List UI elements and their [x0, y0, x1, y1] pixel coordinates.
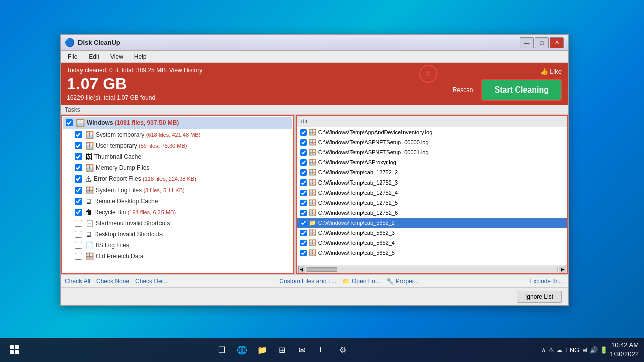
file-checkbox-1[interactable]	[300, 139, 307, 146]
list-item[interactable]: 🪟 System temporary (618 files, 421.48 MB…	[63, 129, 292, 140]
file-checkbox-9[interactable]	[300, 220, 307, 226]
list-item[interactable]: 🪟 Old Prefetch Data	[63, 251, 292, 262]
item-checkbox-5[interactable]	[75, 187, 82, 194]
check-def-link[interactable]: Check Def...	[135, 278, 169, 285]
list-item[interactable]: 🪟 C:\Windows\Temp\ASProxyr.log	[297, 157, 567, 167]
tray-chevron[interactable]: ∧	[541, 346, 546, 354]
list-item[interactable]: 🪟 C:\Windows\Temp\AppAndDeviceInventory.…	[297, 127, 567, 137]
item-checkbox-6[interactable]	[75, 198, 82, 205]
minimize-button[interactable]: —	[520, 37, 534, 48]
check-none-link[interactable]: Check None	[96, 278, 129, 285]
item-checkbox-1[interactable]	[75, 142, 82, 149]
file-checkbox-7[interactable]	[300, 200, 307, 206]
tasks-label: Tasks	[61, 105, 568, 115]
item-checkbox-10[interactable]	[75, 242, 82, 249]
rescan-button[interactable]: Rescan	[453, 86, 473, 94]
item-checkbox-3[interactable]	[75, 164, 82, 171]
list-item[interactable]: 🖥 Remote Desktop Cache	[63, 196, 292, 207]
h-scrollbar[interactable]: ◀ ▶	[297, 265, 567, 273]
exclude-link[interactable]: Exclude thi...	[529, 278, 564, 285]
language-indicator[interactable]: ENG	[565, 346, 579, 354]
maximize-button[interactable]: □	[535, 37, 549, 48]
menu-view[interactable]: View	[105, 52, 128, 61]
file-checkbox-3[interactable]	[300, 159, 307, 166]
taskbar-files-icon[interactable]: 📁	[253, 341, 271, 359]
menu-file[interactable]: File	[63, 52, 83, 61]
menu-edit[interactable]: Edit	[84, 52, 104, 61]
windows-icon: 🪟	[76, 119, 85, 127]
file-checkbox-12[interactable]	[300, 250, 307, 256]
scroll-left-btn[interactable]: ◀	[298, 266, 305, 273]
taskbar-settings-icon[interactable]: ⚙	[334, 341, 352, 359]
properties-action[interactable]: 🔧 Proper...	[386, 278, 419, 285]
file-checkbox-11[interactable]	[300, 240, 307, 246]
open-folder-action[interactable]: 📁 Open Fo...	[342, 278, 380, 285]
list-item[interactable]: 🪟 C:\Windows\Temp\ASPNETSetup_00001.log	[297, 147, 567, 157]
file-checkbox-0[interactable]	[300, 129, 307, 136]
scroll-thumb[interactable]	[307, 267, 337, 272]
file-list: 🪟 C:\Windows\Temp\AppAndDeviceInventory.…	[297, 127, 567, 265]
item-checkbox-4[interactable]	[75, 175, 82, 183]
window-title: Disk CleanUp	[78, 39, 520, 46]
list-item[interactable]: 🪟 User temporary (59 files, 75.30 MB)	[63, 140, 292, 151]
file-checkbox-10[interactable]	[300, 230, 307, 236]
view-history-link[interactable]: View History	[169, 67, 202, 74]
file-checkbox-6[interactable]	[300, 190, 307, 196]
list-item[interactable]: 🪟 C:\Windows\Temp\cab_5652_4	[297, 238, 567, 248]
like-button[interactable]: 👍 Like	[540, 68, 562, 75]
file-checkbox-5[interactable]	[300, 179, 307, 186]
ignore-list-button[interactable]: Ignore List	[517, 291, 562, 303]
list-item[interactable]: 🖥 Desktop Invalid Shortcuts	[63, 229, 292, 240]
check-all-link[interactable]: Check All	[65, 278, 90, 285]
item-checkbox-7[interactable]	[75, 209, 82, 216]
custom-files-link[interactable]: Custom Files and F...	[279, 278, 336, 285]
start-button[interactable]	[5, 341, 23, 359]
taskbar-edge-icon[interactable]: 🌐	[233, 341, 251, 359]
start-cleaning-button[interactable]: Start Cleaning	[481, 79, 562, 101]
list-item[interactable]: 🖼 Thumbnail Cache	[63, 151, 292, 162]
tree-list: 🪟 Windows (1081 files, 937.50 MB) 🪟 Syst…	[62, 116, 293, 273]
titlebar: 🔵 Disk CleanUp — □ ✕	[61, 35, 568, 51]
file-checkbox-2[interactable]	[300, 149, 307, 156]
file-checkbox-4[interactable]	[300, 169, 307, 176]
item-checkbox-9[interactable]	[75, 231, 82, 238]
taskbar-apps-icon[interactable]: ⊞	[273, 341, 291, 359]
list-item[interactable]: 🪟 C:\Windows\Temp\cab_5652_3	[297, 228, 567, 238]
windows-group-header[interactable]: 🪟 Windows (1081 files, 937.50 MB)	[63, 117, 292, 129]
taskbar-terminal-icon[interactable]: 🖥	[313, 341, 332, 359]
list-item[interactable]: 🪟 C:\Windows\Temp\cab_5652_5	[297, 248, 567, 258]
list-item[interactable]: 🪟 C:\Windows\Temp\cab_12752_6	[297, 208, 567, 218]
windows-group-checkbox[interactable]	[66, 119, 73, 126]
item-checkbox-8[interactable]	[75, 220, 82, 227]
item-checkbox-11[interactable]	[75, 253, 82, 260]
list-item[interactable]: 🪟 System Log Files (3 files, 5.11 KB)	[63, 185, 292, 196]
file-path: C:\Windows\Temp\ASPNETSetup_00000.log	[318, 139, 429, 145]
file-checkbox-8[interactable]	[300, 210, 307, 216]
close-button[interactable]: ✕	[550, 37, 564, 48]
list-item[interactable]: 🪟 C:\Windows\Temp\ASPNETSetup_00000.log	[297, 137, 567, 147]
taskbar-mail-icon[interactable]: ✉	[293, 341, 311, 359]
list-item[interactable]: 🪟 Memory Dump Files	[63, 162, 292, 173]
list-item[interactable]: ⚠ Error Report Files (118 files, 224.98 …	[63, 173, 292, 185]
menu-help[interactable]: Help	[129, 52, 152, 61]
list-item[interactable]: 📄 IIS Log Files	[63, 240, 292, 251]
list-item[interactable]: 📁 C:\Windows\Temp\cab_5652_2	[297, 218, 567, 228]
list-item[interactable]: 📋 Startmenu Invalid Shortcuts	[63, 218, 292, 229]
file-path: C:\Windows\Temp\cab_5652_3	[318, 230, 395, 236]
scroll-right-btn[interactable]: ▶	[559, 266, 566, 273]
list-item[interactable]: 🪟 C:\Windows\Temp\cab_12752_3	[297, 177, 567, 188]
list-item[interactable]: 🪟 C:\Windows\Temp\cab_12752_2	[297, 167, 567, 177]
list-item[interactable]: 🗑 Recycle Bin (194 files, 6.25 MB)	[63, 207, 292, 218]
bottom-buttons: Ignore List	[61, 287, 568, 305]
item-checkbox-2[interactable]	[75, 153, 82, 160]
list-item[interactable]: 🪟 C:\Windows\Temp\cab_12752_5	[297, 198, 567, 208]
file-icon: 🪟	[309, 159, 316, 166]
taskbar-time[interactable]: 10:42 AM 1/30/2022	[610, 341, 639, 359]
list-item[interactable]: 🪟 C:\Windows\Temp\cab_12752_4	[297, 188, 567, 198]
item-checkbox-0[interactable]	[75, 131, 82, 138]
main-window: 🔵 Disk CleanUp — □ ✕ ① File Edit View He…	[60, 34, 569, 306]
taskbar-store-icon[interactable]: ❒	[213, 341, 231, 359]
tray-volume-icon: 🔊	[590, 346, 598, 354]
right-panel: dir 🪟 C:\Windows\Temp\AppAndDeviceInvent…	[296, 115, 568, 274]
file-icon: 🪟	[309, 179, 316, 186]
